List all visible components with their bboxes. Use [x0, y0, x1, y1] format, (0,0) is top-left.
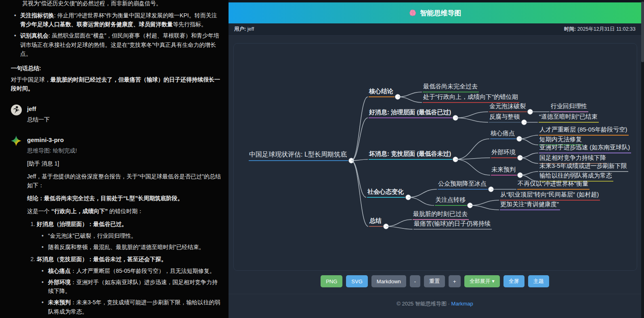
mindmap-node[interactable]: 人才严重断层 (85-05年龄段亏空) [539, 126, 629, 136]
list-item: 坏消息（竞技层面）：最低谷未过，甚至还会下探。核心痛点：人才严重断层（85-05… [37, 255, 222, 316]
mindmap-node[interactable]: 关注点转移 [435, 196, 467, 206]
user-message-text: 总结一下 [27, 115, 222, 124]
user-name: jeff [27, 104, 222, 114]
mindmap-node[interactable]: 不再仅以“冲进世界杯”衡量 [517, 180, 589, 190]
list-item: 识别真机会: 虽然职业层面在“横盘”，但民间赛事（村超、草根联赛）和青少年培训市… [13, 31, 222, 59]
zoom-in-button[interactable]: + [449, 275, 461, 287]
list-item: 外部环境：亚洲对手（如东南亚球队）进步迅速，国足相对竞争力持续下降。 [41, 278, 222, 296]
mindmap-node[interactable]: 更加关注“青训健康度” [500, 201, 560, 210]
brain-icon [409, 9, 417, 17]
mindmap-node[interactable]: 社会心态变化 [367, 188, 405, 198]
markmap-link[interactable]: Markmap [451, 301, 473, 307]
mindmap-node[interactable]: 外部环境 [491, 149, 517, 158]
mindmap-node[interactable]: 中国足球现状评估: L型长周期筑底 [249, 151, 348, 161]
page-title: 智能思维导图 [420, 8, 461, 18]
mindmap-node[interactable]: 最低谷尚未完全过去 [423, 83, 479, 92]
summary-heading: 一句话总结: [11, 64, 222, 73]
bullet-list: 关注指标切换: 停止用“冲进世界杯”作为衡量中国足球发展的唯一KPI。转而关注青… [13, 11, 222, 59]
assistant-message: gemini-3-pro 思维导图: 绘制完成! [助手 消息 1] Jeff，… [11, 135, 222, 318]
gemini-avatar [11, 136, 22, 146]
mindmap-app: 智能思维导图 用户: jeff 时间: 2025年12月31日 11:02:33… [229, 0, 641, 318]
fullscreen-button[interactable]: 全屏 [503, 275, 524, 287]
app-footer: © 2025 智能思维导图 · Markmap [229, 294, 641, 308]
mindmap-toolbar: PNGSVGMarkdown-重置+全部展开 ▾全屏主题 [229, 275, 641, 287]
list-item: “金元泡沫”已破裂，行业回归理性。 [41, 231, 222, 241]
user-info: 用户: jeff [234, 26, 254, 33]
mindmap-node[interactable]: 最肮脏的时刻已过去 [413, 210, 469, 220]
app-header: 智能思维导图 [229, 2, 641, 23]
markdown-export-button[interactable]: Markdown [371, 275, 406, 287]
assistant-tag: [助手 消息 1] [27, 159, 222, 168]
expand-all-button[interactable]: 全部展开 ▾ [464, 275, 500, 287]
summary-text: 对于中国足球，最肮脏的时刻已经过去了，但最痛苦（输球）的日子还得持续很长一段时间… [11, 75, 222, 93]
info-bar: 用户: jeff 时间: 2025年12月31日 11:02:33 [229, 23, 641, 36]
message-text: 其视为“偿还历史欠债”的必然过程，而非新的崩盘信号。 [22, 0, 222, 8]
assistant-period: 这是一个 “行政向上，成绩向下” 的错位时期： [27, 207, 222, 216]
mindmap-node[interactable]: 好消息: 治理层面 (最低谷已过) [369, 109, 452, 118]
assistant-intro: Jeff，基于您提供的这份深度整合报告，关于“中国足球最低谷是否已过”的总结如下… [27, 172, 222, 190]
assistant-conclusion: 结论：最低谷尚未完全过去，目前处于“L型”长周期筑底阶段。 [27, 194, 222, 203]
mindmap-node[interactable]: 金元泡沫破裂 [489, 103, 527, 112]
list-item: 未来预判：未来3-5年，竞技成绩可能进一步刷新下限，输给以往的弱队将成为常态。 [41, 298, 222, 316]
mindmap-node[interactable]: 亚洲对手进步迅速 (如东南亚球队) [539, 144, 631, 153]
png-export-button[interactable]: PNG [321, 275, 342, 287]
list-item: 好消息（治理层面）：最低谷已过。“金元泡沫”已破裂，行业回归理性。随着反腐和整顿… [37, 220, 222, 251]
page-scrollbar[interactable] [641, 0, 644, 318]
mindmap-node[interactable]: 行业回归理性 [550, 103, 588, 112]
list-item: 核心痛点：人才严重断层（85-05年龄段亏空），且无法短期修复。 [41, 266, 222, 276]
mindmap-node[interactable]: 最痛苦(输球)的日子仍将持续 [413, 220, 492, 230]
assistant-name: gemini-3-pro [27, 135, 222, 145]
mindmap-node[interactable]: 公众预期降至冰点 [438, 180, 488, 190]
assistant-status: 思维导图: 绘制完成! [27, 146, 222, 155]
gemini-star-icon [11, 136, 21, 146]
theme-button[interactable]: 主题 [528, 275, 549, 287]
app-root: 其视为“偿还历史欠债”的必然过程，而非新的崩盘信号。 关注指标切换: 停止用“冲… [0, 0, 644, 318]
mindmap-node[interactable]: 从“职业顶层”转向“民间基层” (如村超) [500, 191, 600, 201]
svg-export-button[interactable]: SVG [346, 275, 367, 287]
list-item: 关注指标切换: 停止用“冲进世界杯”作为衡量中国足球发展的唯一KPI。转而关注青… [13, 11, 222, 29]
list-item: 随着反腐和整顿，最混乱、最肮脏的“道德至暗时刻”已经结束。 [41, 243, 222, 252]
mindmap-node[interactable]: 核心结论 [369, 88, 394, 97]
soccer-player-icon [11, 105, 22, 115]
user-message: jeff 总结一下 [11, 104, 222, 124]
chat-panel: 其视为“偿还历史欠债”的必然过程，而非新的崩盘信号。 关注指标切换: 停止用“冲… [0, 0, 229, 318]
time-info: 时间: 2025年12月31日 11:02:33 [564, 26, 636, 33]
jeff-avatar [11, 105, 22, 115]
mindmap-node[interactable]: 核心痛点 [490, 130, 516, 139]
mindmap-node[interactable]: 总结 [369, 217, 383, 227]
mindmap-node[interactable]: 未来预判 [491, 166, 517, 176]
mindmap-node[interactable]: 反腐与整顿 [489, 113, 521, 123]
mindmap-node[interactable]: “道德至暗时刻”已结束 [539, 113, 599, 123]
mindmap-canvas[interactable]: 中国足球现状评估: L型长周期筑底核心结论最低谷尚未完全过去处于“行政向上，成绩… [233, 43, 637, 271]
scrollbar-thumb[interactable] [641, 2, 644, 62]
reset-button[interactable]: 重置 [424, 275, 445, 287]
numbered-list: 好消息（治理层面）：最低谷已过。“金元泡沫”已破裂，行业回归理性。随着反腐和整顿… [29, 220, 222, 318]
mindmap-nodes-layer: 中国足球现状评估: L型长周期筑底核心结论最低谷尚未完全过去处于“行政向上，成绩… [234, 44, 637, 270]
mindmap-node[interactable]: 处于“行政向上，成绩向下”的错位期 [423, 93, 519, 103]
mindmap-node[interactable]: 坏消息: 竞技层面 (最低谷未过) [369, 150, 452, 160]
zoom-out-button[interactable]: - [410, 275, 420, 287]
mindmap-node[interactable]: 未来3-5年成绩或进一步刷新下限 [539, 162, 628, 172]
